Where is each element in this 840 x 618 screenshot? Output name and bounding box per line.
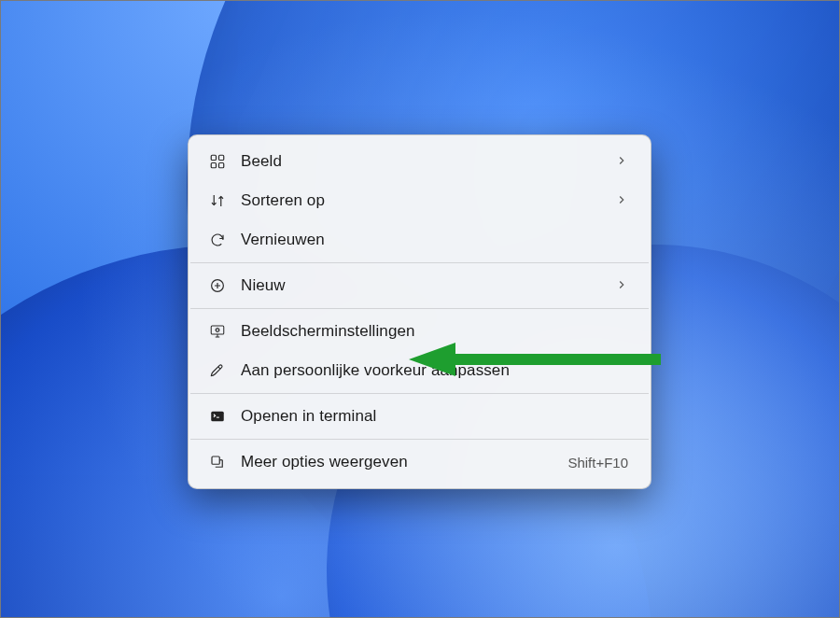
menu-item-label: Aan persoonlijke voorkeur aanpassen — [241, 361, 632, 380]
refresh-icon — [207, 230, 228, 250]
svg-rect-7 — [211, 412, 224, 422]
sort-icon — [207, 190, 228, 211]
new-icon — [207, 275, 228, 296]
menu-item-label: Sorteren op — [241, 191, 615, 210]
personalize-icon — [207, 360, 228, 381]
chevron-right-icon — [615, 154, 632, 170]
menu-item-sort[interactable]: Sorteren op — [194, 182, 645, 219]
menu-item-new[interactable]: Nieuw — [194, 267, 645, 304]
svg-rect-8 — [212, 456, 219, 464]
svg-rect-5 — [211, 326, 224, 334]
svg-rect-2 — [211, 163, 216, 168]
more-icon — [207, 452, 228, 472]
menu-item-more-options[interactable]: Meer opties weergeven Shift+F10 — [194, 443, 645, 481]
terminal-icon — [207, 406, 228, 427]
chevron-right-icon — [615, 193, 632, 209]
menu-item-refresh[interactable]: Vernieuwen — [194, 221, 645, 259]
grid-icon — [207, 151, 228, 172]
display-icon — [207, 321, 228, 342]
menu-item-label: Openen in terminal — [241, 407, 632, 426]
menu-item-personalize[interactable]: Aan persoonlijke voorkeur aanpassen — [194, 352, 645, 389]
separator — [190, 393, 649, 394]
menu-item-label: Meer opties weergeven — [241, 453, 567, 471]
menu-item-view[interactable]: Beeld — [194, 143, 645, 180]
menu-item-label: Beeld — [241, 152, 615, 171]
chevron-right-icon — [615, 278, 632, 294]
shortcut-hint: Shift+F10 — [567, 455, 632, 471]
desktop-context-menu: Beeld Sorteren op Vernieuwen — [188, 134, 651, 489]
svg-rect-3 — [219, 163, 224, 168]
menu-item-display-settings[interactable]: Beeldscherminstellingen — [194, 313, 645, 350]
menu-item-open-terminal[interactable]: Openen in terminal — [194, 398, 645, 435]
separator — [190, 262, 649, 263]
svg-rect-1 — [219, 155, 224, 160]
menu-item-label: Beeldscherminstellingen — [241, 322, 632, 341]
menu-item-label: Nieuw — [241, 276, 615, 295]
svg-rect-0 — [211, 155, 216, 160]
svg-point-6 — [216, 329, 218, 331]
separator — [190, 308, 649, 309]
separator — [190, 439, 649, 440]
menu-item-label: Vernieuwen — [241, 231, 632, 249]
